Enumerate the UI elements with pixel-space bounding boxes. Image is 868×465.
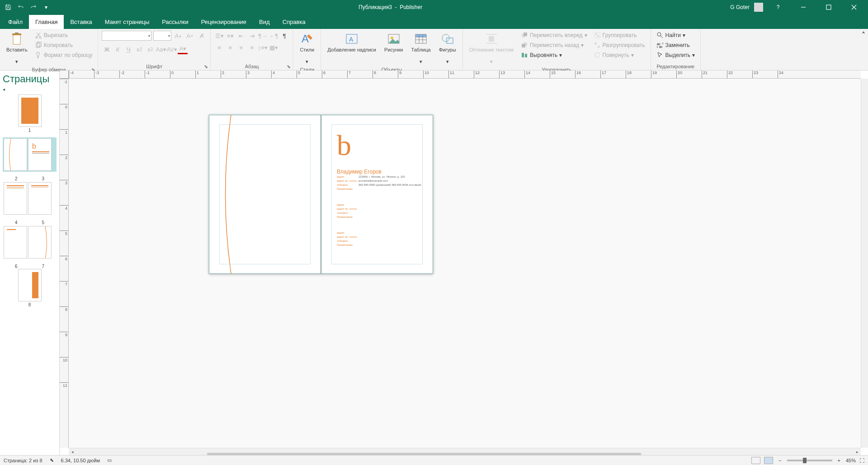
tab-mailings[interactable]: Рассылки [156, 15, 194, 29]
superscript-button[interactable]: x2 [145, 44, 155, 54]
justify-button[interactable]: ≡ [247, 42, 257, 52]
svg-rect-24 [489, 36, 494, 42]
font-size-input[interactable]: ▾ [153, 31, 171, 41]
numbering-button[interactable]: ≡▾ [225, 31, 235, 41]
columns-button[interactable]: ▦▾ [269, 42, 278, 52]
find-button[interactable]: Найти ▾ [655, 31, 697, 40]
bold-button[interactable]: Ж [102, 44, 112, 54]
tab-home[interactable]: Главная [29, 15, 64, 29]
status-size-icon: ▭ [107, 457, 112, 463]
tab-help[interactable]: Справка [276, 15, 312, 29]
tab-file[interactable]: Файл [2, 15, 29, 29]
qat-customize-button[interactable]: ▾ [42, 3, 51, 12]
pages-collapse-button[interactable]: ◂ [3, 87, 57, 92]
ruler-horizontal[interactable]: -4-3-2-101234567891011121314151617181920… [69, 70, 861, 79]
char-spacing-button[interactable]: AV▾ [167, 44, 177, 54]
underline-button[interactable]: Ч [123, 44, 133, 54]
view-single-button[interactable] [751, 457, 760, 464]
status-page[interactable]: Страница: 2 из 8 [4, 458, 42, 463]
font-dialog-launcher[interactable]: ⬊ [203, 64, 208, 69]
ruler-vertical[interactable]: -101234567891011 [60, 79, 69, 448]
maximize-button[interactable] [818, 0, 839, 14]
table-button[interactable]: Таблица▾ [409, 31, 434, 66]
help-button[interactable]: ? [768, 0, 788, 14]
horizontal-scrollbar[interactable]: ◂ ▸ [69, 448, 861, 455]
zoom-slider[interactable] [787, 460, 832, 461]
styles-button[interactable]: A Стили▾ [297, 31, 317, 66]
textbox-button[interactable]: A Добавление надписи [325, 31, 379, 54]
close-button[interactable] [844, 0, 864, 14]
section-letter: b [337, 129, 351, 162]
rotate-button[interactable]: Повернуть ▾ [592, 51, 647, 60]
zoom-percent[interactable]: 45% [846, 458, 856, 463]
line-spacing-button[interactable]: ↕≡▾ [258, 42, 268, 52]
page-thumb-2-3[interactable]: b [3, 137, 57, 172]
view-spread-button[interactable] [764, 457, 773, 464]
show-marks-button[interactable]: ¶ [279, 31, 289, 41]
paste-button[interactable]: Вставить▾ [4, 31, 30, 66]
page-thumb-8[interactable]: 8 [3, 269, 57, 307]
increase-indent-button[interactable]: ⇥ [247, 31, 257, 41]
page-2[interactable] [209, 115, 321, 274]
copy-button[interactable]: Копировать [33, 41, 94, 50]
cut-button[interactable]: Вырезать [33, 31, 94, 40]
canvas-viewport[interactable]: b Владимир Егоров адрес123456, г. Москва… [69, 79, 861, 448]
redo-button[interactable] [29, 3, 38, 12]
text-fill-button[interactable]: A▾ [178, 44, 188, 54]
page-thumb-4-5[interactable] [3, 181, 57, 216]
svg-rect-30 [522, 44, 525, 47]
align-right-button[interactable]: ≡ [236, 42, 246, 52]
vertical-scrollbar[interactable] [861, 79, 868, 448]
rtl-button[interactable]: ←¶ [269, 31, 278, 41]
change-case-button[interactable]: Aa▾ [156, 44, 166, 54]
send-backward-button[interactable]: Переместить назад ▾ [519, 41, 589, 50]
subscript-button[interactable]: x2 [134, 44, 144, 54]
user-avatar-icon[interactable] [754, 3, 763, 12]
minimize-button[interactable] [793, 0, 814, 14]
page-thumb-6-7[interactable] [3, 225, 57, 259]
align-left-button[interactable]: ≡ [214, 42, 224, 52]
font-name-input[interactable]: ▾ [102, 31, 151, 41]
scroll-right-button[interactable]: ▸ [854, 448, 861, 456]
svg-rect-4 [13, 34, 20, 44]
replace-button[interactable]: abacЗаменить [655, 41, 697, 50]
page-spread[interactable]: b Владимир Егоров адрес123456, г. Москва… [209, 115, 433, 274]
scroll-thumb[interactable] [207, 453, 641, 456]
ribbon-group-clipboard: Вставить▾ Вырезать Копировать Формат по … [0, 29, 98, 70]
bring-forward-button[interactable]: Переместить вперед ▾ [519, 31, 589, 40]
scroll-left-button[interactable]: ◂ [69, 448, 76, 456]
zoom-out-button[interactable]: − [777, 458, 783, 463]
shrink-font-button[interactable]: A▼ [185, 31, 195, 41]
title-bar: ▾ Публикация3 - Publisher G Goter ? [0, 0, 868, 14]
align-button[interactable]: Выровнять ▾ [519, 51, 589, 60]
decrease-indent-button[interactable]: ⇤ [236, 31, 246, 41]
clear-format-button[interactable]: A̸ [197, 31, 207, 41]
collapse-ribbon-button[interactable]: ˄ [859, 29, 868, 70]
bullets-button[interactable]: ☰▾ [214, 31, 224, 41]
shapes-button[interactable]: Фигуры▾ [436, 31, 459, 66]
zoom-in-button[interactable]: + [836, 458, 842, 463]
fit-page-button[interactable]: ⛶ [859, 458, 864, 463]
italic-button[interactable]: К [113, 44, 123, 54]
format-painter-button[interactable]: Формат по образцу [33, 51, 94, 60]
ungroup-button[interactable]: Разгруппировать [592, 41, 647, 50]
align-center-button[interactable]: ≡ [225, 42, 235, 52]
cursor-icon: ⬉ [50, 457, 54, 463]
undo-button[interactable] [16, 3, 25, 12]
tab-insert[interactable]: Вставка [64, 15, 98, 29]
tab-review[interactable]: Рецензирование [195, 15, 253, 29]
paragraph-dialog-launcher[interactable]: ⬊ [286, 64, 291, 69]
group-button[interactable]: Группировать [592, 31, 647, 40]
pictures-button[interactable]: Рисунки [382, 31, 406, 54]
page-3[interactable]: b Владимир Егоров адрес123456, г. Москва… [321, 115, 433, 274]
tab-layout[interactable]: Макет страницы [99, 15, 156, 29]
grow-font-button[interactable]: A▲ [173, 31, 183, 41]
tab-view[interactable]: Вид [253, 15, 276, 29]
page-thumb-1[interactable]: 1 [3, 94, 57, 133]
wrap-text-button[interactable]: Обтекание текстом▾ [467, 31, 517, 66]
ruler-corner[interactable] [60, 70, 69, 79]
ltr-button[interactable]: ¶→ [258, 31, 268, 41]
save-button[interactable] [4, 3, 13, 12]
user-name[interactable]: G Goter [730, 4, 750, 10]
select-button[interactable]: Выделить ▾ [655, 51, 697, 60]
